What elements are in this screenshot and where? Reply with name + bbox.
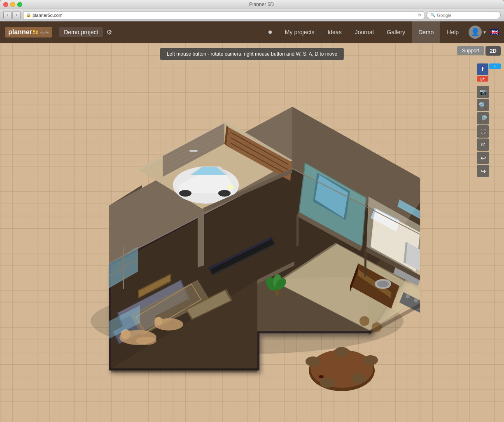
logo-text-planner: planner — [8, 28, 32, 36]
browser-titlebar: Planner 5D — [0, 0, 504, 9]
tool-buttons-group: 📷 🔍 🔍 ⛶ ft' ↩ — [477, 86, 501, 177]
svg-point-22 — [218, 190, 231, 197]
right-sidebar: f t g+ 📷 — [477, 63, 501, 177]
facebook-icon[interactable]: f — [477, 63, 488, 75]
url-text: planner5d.com — [33, 13, 63, 18]
app-container: planner 5d studio Demo project ⚙ My proj… — [0, 21, 504, 422]
url-bar[interactable]: 🔒 planner5d.com ↻ — [23, 11, 424, 19]
svg-marker-99 — [111, 368, 257, 373]
logo-area: planner 5d studio — [5, 27, 52, 38]
tooltip-box: Left mouse button - rotate camera, right… — [160, 48, 344, 60]
logo-sub: studio — [40, 30, 49, 34]
nav-item-journal[interactable]: Journal — [348, 21, 380, 43]
nav-item-ideas[interactable]: Ideas — [321, 21, 348, 43]
svg-point-48 — [406, 294, 410, 298]
svg-point-49 — [414, 298, 418, 302]
svg-point-84 — [359, 316, 369, 326]
logo-text-5d: 5d — [33, 29, 39, 35]
camera-button[interactable]: 📷 — [477, 86, 489, 98]
svg-point-68 — [136, 337, 156, 345]
settings-icon[interactable]: ⚙ — [106, 28, 112, 36]
forward-button[interactable]: › — [12, 11, 21, 19]
camera-icon: 📷 — [480, 89, 487, 95]
social-icons-group: f t g+ — [477, 63, 501, 82]
user-avatar[interactable]: 👤 — [469, 26, 482, 39]
redo-icon: ↪ — [481, 167, 486, 175]
project-name[interactable]: Demo project — [59, 27, 103, 37]
svg-point-80 — [334, 347, 349, 357]
measure-icon: ft' — [481, 143, 485, 147]
svg-point-83 — [320, 378, 335, 388]
browser-toolbar: ‹ › 🔒 planner5d.com ↻ 🔍 Google — [0, 9, 504, 21]
undo-icon: ↩ — [481, 154, 486, 162]
zoom-in-button[interactable]: 🔍 — [477, 99, 489, 111]
top-nav: planner 5d studio Demo project ⚙ My proj… — [0, 21, 504, 43]
twitter-icon[interactable]: t — [489, 63, 501, 69]
undo-button[interactable]: ↩ — [477, 152, 489, 164]
browser-nav-buttons: ‹ › — [3, 11, 21, 19]
fullscreen-icon: ⛶ — [481, 129, 485, 134]
fullscreen-button[interactable]: ⛶ — [477, 125, 489, 138]
zoom-in-icon: 🔍 — [479, 101, 487, 109]
browser-title: Planner 5D — [22, 2, 501, 7]
tooltip-text: Left mouse button - rotate camera, right… — [167, 51, 337, 57]
nav-item-gallery[interactable]: Gallery — [380, 21, 412, 43]
search-placeholder: Google — [437, 13, 451, 18]
svg-point-24 — [227, 185, 234, 189]
logo-box[interactable]: planner 5d studio — [5, 27, 52, 38]
main-content: Left mouse button - rotate camera, right… — [0, 43, 504, 422]
view-2d-button[interactable]: 2D — [485, 46, 501, 56]
svg-point-70 — [154, 317, 163, 325]
floor-plan-svg — [70, 90, 420, 399]
nav-item-demo[interactable]: Demo — [412, 21, 440, 43]
nav-items: My projects Ideas Journal Gallery Demo H… — [278, 21, 465, 43]
nav-status-dot — [268, 30, 272, 34]
svg-point-77 — [319, 375, 324, 378]
redo-button[interactable]: ↪ — [477, 165, 489, 177]
browser-window: Planner 5D ‹ › 🔒 planner5d.com ↻ 🔍 Googl… — [0, 0, 504, 422]
measure-button[interactable]: ft' — [477, 138, 489, 151]
svg-point-81 — [363, 355, 378, 365]
minimize-dot[interactable] — [10, 2, 15, 7]
svg-marker-97 — [364, 247, 366, 278]
nav-item-help[interactable]: Help — [440, 21, 465, 43]
maximize-dot[interactable] — [17, 2, 22, 7]
zoom-out-button[interactable]: 🔍 — [477, 112, 489, 124]
svg-point-82 — [351, 374, 366, 384]
search-icon: 🔍 — [430, 13, 435, 17]
floor-plan-3d[interactable] — [70, 90, 420, 399]
nav-item-my-projects[interactable]: My projects — [278, 21, 321, 43]
support-button[interactable]: Support — [457, 46, 484, 55]
back-button[interactable]: ‹ — [3, 11, 12, 19]
svg-point-46 — [377, 281, 389, 287]
refresh-icon[interactable]: ↻ — [418, 13, 421, 17]
user-dropdown-icon[interactable]: ▼ — [483, 30, 487, 35]
search-bar[interactable]: 🔍 Google — [427, 11, 501, 19]
svg-rect-17 — [189, 150, 198, 152]
svg-marker-95 — [296, 212, 299, 247]
browser-dots — [3, 2, 22, 7]
close-dot[interactable] — [3, 2, 8, 7]
url-lock-icon: 🔒 — [26, 13, 31, 17]
googleplus-icon[interactable]: g+ — [477, 76, 488, 82]
zoom-out-icon: 🔍 — [479, 115, 487, 122]
svg-point-79 — [306, 356, 320, 366]
svg-point-21 — [179, 190, 191, 197]
svg-marker-92 — [198, 208, 204, 267]
language-flag-icon[interactable] — [490, 29, 499, 35]
